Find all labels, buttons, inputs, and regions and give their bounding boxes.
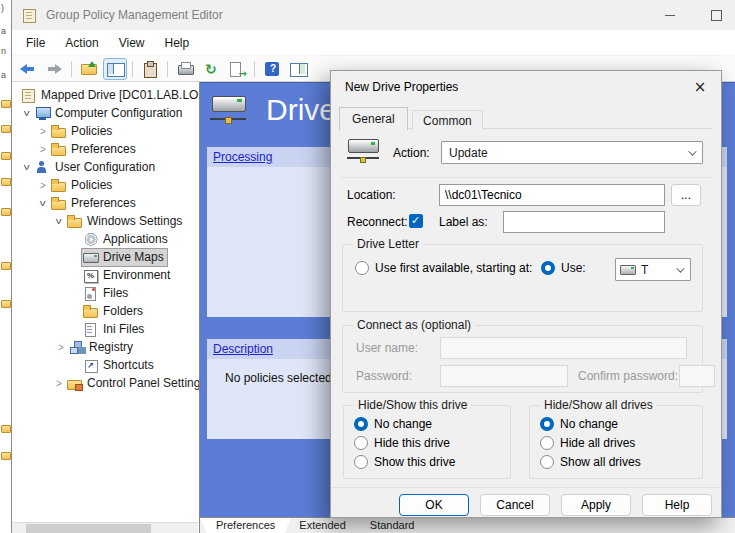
- label-as-input[interactable]: [503, 211, 665, 233]
- help-icon: [263, 61, 281, 77]
- toolbar-separator: [167, 61, 168, 77]
- cancel-button[interactable]: Cancel: [480, 494, 550, 516]
- tree-item-preferences-user[interactable]: Preferences: [12, 194, 199, 212]
- tree-item-control-panel-settings[interactable]: Control Panel Setting: [12, 374, 199, 392]
- show-this-drive-option[interactable]: Show this drive: [354, 455, 455, 469]
- registry-icon: [69, 340, 85, 355]
- print-button[interactable]: [173, 58, 197, 80]
- hide-this-drive-option[interactable]: Hide this drive: [354, 436, 450, 450]
- horizontal-scrollbar[interactable]: [12, 522, 198, 533]
- chevron-closed-icon[interactable]: [54, 342, 68, 353]
- close-icon[interactable]: ×: [685, 75, 715, 99]
- screen: ) a n a Group Policy Management Editor F…: [0, 0, 735, 533]
- chevron-open-icon[interactable]: [20, 162, 34, 173]
- window-title: Group Policy Management Editor: [46, 8, 223, 22]
- tab-general[interactable]: General: [339, 107, 408, 130]
- radio-all-no-change[interactable]: [540, 417, 554, 431]
- menu-view[interactable]: View: [109, 32, 155, 54]
- tab-preferences[interactable]: Preferences: [200, 518, 291, 533]
- reconnect-label: Reconnect:: [347, 215, 408, 229]
- ok-button[interactable]: OK: [399, 494, 469, 516]
- properties-button[interactable]: [138, 58, 162, 80]
- apply-button[interactable]: Apply: [561, 494, 631, 516]
- tree-item-drive-maps[interactable]: Drive Maps: [12, 248, 199, 266]
- refresh-button[interactable]: [199, 58, 223, 80]
- hide-show-this-drive-group: Hide/Show this drive No change Hide this…: [343, 405, 511, 479]
- up-one-level-button[interactable]: [77, 58, 101, 80]
- forward-button[interactable]: [42, 58, 66, 80]
- environment-icon: [83, 268, 99, 283]
- tree-item-shortcuts[interactable]: Shortcuts: [12, 356, 199, 374]
- tree-item-environment[interactable]: Environment: [12, 266, 199, 284]
- help-button[interactable]: Help: [642, 494, 712, 516]
- export-list-button[interactable]: [225, 58, 249, 80]
- tree-item-policies-user[interactable]: Policies: [12, 176, 199, 194]
- scrollbar-thumb[interactable]: [26, 524, 151, 533]
- tree-item-policies-computer[interactable]: Policies: [12, 122, 199, 140]
- confirm-password-input: [679, 365, 715, 387]
- minimize-button[interactable]: [647, 0, 693, 30]
- background-text-fragment: ): [1, 3, 4, 13]
- folder-icon: [51, 142, 67, 157]
- browse-button[interactable]: ...: [671, 184, 701, 206]
- all-no-change-option[interactable]: No change: [540, 417, 618, 431]
- gpo-scroll-icon: [21, 88, 37, 103]
- tree-item-computer-configuration[interactable]: Computer Configuration: [12, 104, 199, 122]
- tree-item-user-configuration[interactable]: User Configuration: [12, 158, 199, 176]
- computer-icon: [35, 106, 51, 121]
- radio-hide-this-drive[interactable]: [354, 436, 368, 450]
- connect-as-group-title: Connect as (optional): [353, 318, 475, 332]
- menu-file[interactable]: File: [16, 32, 55, 54]
- hide-all-drives-option[interactable]: Hide all drives: [540, 436, 635, 450]
- tab-common[interactable]: Common: [412, 110, 483, 130]
- drive-letter-select[interactable]: T: [615, 258, 691, 281]
- folder-icon: [1, 208, 11, 216]
- folder-icon: [1, 262, 11, 270]
- chevron-open-icon[interactable]: [52, 216, 66, 227]
- chevron-open-icon[interactable]: [20, 108, 34, 119]
- show-action-pane-button[interactable]: [286, 58, 310, 80]
- use-option[interactable]: Use:: [541, 261, 586, 275]
- dialog-tabs: General Common: [339, 107, 713, 129]
- use-first-available-option[interactable]: Use first available, starting at:: [355, 261, 532, 275]
- chevron-open-icon[interactable]: [36, 198, 50, 209]
- chevron-closed-icon[interactable]: [36, 144, 50, 155]
- radio-show-all-drives[interactable]: [540, 455, 554, 469]
- folder-icon: [67, 214, 83, 229]
- chevron-closed-icon[interactable]: [36, 126, 50, 137]
- chevron-closed-icon[interactable]: [36, 180, 50, 191]
- chevron-closed-icon[interactable]: [52, 378, 66, 389]
- tree-item-registry[interactable]: Registry: [12, 338, 199, 356]
- tree-item-folders[interactable]: Folders: [12, 302, 199, 320]
- show-console-tree-button[interactable]: [103, 58, 127, 80]
- show-all-drives-option[interactable]: Show all drives: [540, 455, 641, 469]
- radio-use-first-available[interactable]: [355, 261, 369, 275]
- radio-this-no-change[interactable]: [354, 417, 368, 431]
- help-button[interactable]: [260, 58, 284, 80]
- action-select[interactable]: Update: [441, 141, 703, 164]
- menu-action[interactable]: Action: [55, 32, 108, 54]
- tree-item-mapped-drive[interactable]: Mapped Drive [DC01.LAB.LOCA: [12, 86, 199, 104]
- menu-help[interactable]: Help: [155, 32, 200, 54]
- tree-item-applications[interactable]: Applications: [12, 230, 199, 248]
- description-link[interactable]: Description: [213, 342, 273, 356]
- tree-item-files[interactable]: Files: [12, 284, 199, 302]
- folder-icon: [1, 178, 11, 186]
- tree-item-ini-files[interactable]: Ini Files: [12, 320, 199, 338]
- maximize-button[interactable]: [693, 0, 735, 30]
- this-no-change-option[interactable]: No change: [354, 417, 432, 431]
- separator: [331, 487, 721, 488]
- tab-standard[interactable]: Standard: [354, 518, 431, 533]
- tree-item-preferences-computer[interactable]: Preferences: [12, 140, 199, 158]
- radio-use[interactable]: [541, 261, 555, 275]
- radio-show-this-drive[interactable]: [354, 455, 368, 469]
- radio-hide-all-drives[interactable]: [540, 436, 554, 450]
- reconnect-checkbox[interactable]: [409, 214, 423, 228]
- location-input[interactable]: [439, 184, 665, 206]
- back-button[interactable]: [16, 58, 40, 80]
- drive-icon: [83, 250, 99, 265]
- processing-link[interactable]: Processing: [213, 150, 272, 164]
- connect-as-group: Connect as (optional) User name: Passwor…: [342, 325, 703, 393]
- tree-item-windows-settings[interactable]: Windows Settings: [12, 212, 199, 230]
- tab-extended[interactable]: Extended: [283, 518, 361, 533]
